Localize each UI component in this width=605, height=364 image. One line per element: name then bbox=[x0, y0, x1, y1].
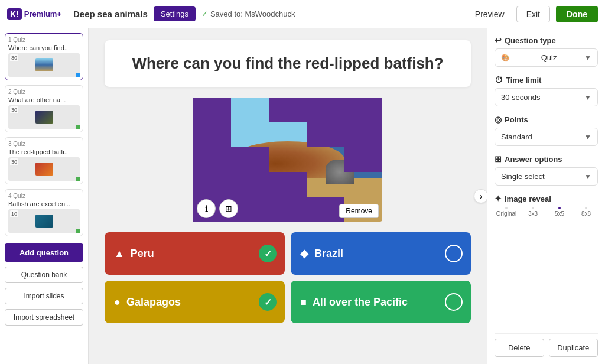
answer-icon-0: ▲ bbox=[114, 248, 125, 260]
points-value: Standard bbox=[501, 132, 532, 141]
image-crop-button[interactable]: ⊞ bbox=[219, 199, 238, 218]
question-type-section: ↩ Question type 🎨 Quiz ▼ bbox=[495, 35, 598, 67]
slide-card-2[interactable]: 2 Quiz What are other na... 30 bbox=[5, 85, 83, 132]
reveal-option-3x3[interactable] bbox=[532, 207, 534, 209]
grid-cell-0-0 bbox=[193, 98, 231, 122]
doc-title: Deep sea animals bbox=[73, 9, 148, 19]
slide-card-4[interactable]: 4 Quiz Batfish are excellen... 10 bbox=[5, 189, 83, 236]
time-limit-dropdown[interactable]: 30 seconds ▼ bbox=[495, 88, 598, 106]
slide-card-3[interactable]: 3 Quiz The red-lipped batfi... 30 bbox=[5, 137, 83, 184]
add-question-button[interactable]: Add question bbox=[5, 243, 83, 262]
slide-label-1: Where can you find... bbox=[8, 44, 80, 51]
slide-label-4: Batfish are excellen... bbox=[8, 200, 80, 207]
slide-num-1: 1 Quiz bbox=[8, 37, 80, 43]
reveal-option-original-label: Original bbox=[496, 210, 516, 217]
image-container: ℹ ⊞ Remove bbox=[105, 98, 471, 222]
question-bank-button[interactable]: Question bank bbox=[5, 266, 83, 283]
duplicate-button[interactable]: Duplicate bbox=[549, 339, 599, 357]
reveal-option-5x5[interactable] bbox=[558, 207, 561, 209]
answer-text-1: Brazil bbox=[314, 248, 461, 260]
grid-cell-3-3 bbox=[307, 172, 344, 197]
slide-num-2: 2 Quiz bbox=[8, 89, 80, 95]
slide-thumb-1: 30 bbox=[8, 53, 80, 77]
saved-text: Saved to: MsWoodchuck bbox=[210, 9, 295, 18]
image-reveal-section: ✦ Image reveal Original bbox=[495, 194, 598, 217]
slide-thumb-2: 30 bbox=[8, 105, 80, 129]
answer-option-2[interactable]: ● Galapagos ✓ bbox=[105, 281, 285, 323]
slide-dot-4 bbox=[76, 229, 80, 233]
question-text: Where can you find the red-lipped batfis… bbox=[132, 54, 443, 72]
image-reveal-area: ℹ ⊞ Remove bbox=[105, 98, 471, 222]
quiz-icon: 🎨 bbox=[501, 54, 510, 62]
reveal-option-5x5-wrap: 5x5 bbox=[548, 207, 571, 217]
slide-label-3: The red-lipped batfi... bbox=[8, 148, 80, 155]
remove-image-button[interactable]: Remove bbox=[339, 204, 379, 218]
answer-option-3[interactable]: ■ All over the Pacific bbox=[291, 281, 471, 323]
question-type-chevron: ▼ bbox=[584, 54, 591, 62]
answer-options-value: Single select bbox=[501, 172, 545, 181]
answer-options-icon: ⊞ bbox=[495, 154, 502, 164]
import-slides-button[interactable]: Import slides bbox=[5, 288, 83, 304]
grid-cell-1-3 bbox=[307, 122, 344, 147]
grid-cell-1-1 bbox=[231, 122, 269, 147]
preview-button[interactable]: Preview bbox=[469, 6, 510, 22]
done-button[interactable]: Done bbox=[556, 6, 598, 22]
import-spreadsheet-button[interactable]: Import spreadsheet bbox=[5, 309, 83, 326]
grid-cell-1-2 bbox=[269, 122, 307, 147]
canvas-area: › Where can you find the red-lipped batf… bbox=[89, 28, 487, 364]
exit-button[interactable]: Exit bbox=[516, 6, 550, 22]
question-type-value: Quiz bbox=[541, 53, 557, 62]
main-layout: 1 Quiz Where can you find... 30 2 Quiz W… bbox=[0, 28, 605, 364]
slide-label-2: What are other na... bbox=[8, 96, 80, 103]
question-type-dropdown[interactable]: 🎨 Quiz ▼ bbox=[495, 48, 598, 67]
points-section: ◎ Points Standard ▼ bbox=[495, 115, 598, 146]
answer-grid: ▲ Peru ✓ ◆ Brazil ● Galapagos ✓ ■ All ov… bbox=[105, 232, 471, 323]
reveal-option-original[interactable] bbox=[505, 207, 508, 209]
slide-dot-2 bbox=[76, 125, 80, 129]
slide-dot-3 bbox=[76, 177, 80, 181]
reveal-option-8x8[interactable] bbox=[585, 207, 587, 209]
question-type-title: ↩ Question type bbox=[495, 35, 598, 45]
settings-button[interactable]: Settings bbox=[154, 6, 196, 21]
image-reveal-options: Original 3x3 bbox=[495, 207, 598, 217]
right-panel: ↩ Question type 🎨 Quiz ▼ ⏱ Time limit 30… bbox=[487, 28, 605, 364]
points-icon: ◎ bbox=[495, 115, 502, 124]
slide-thumb-img-2 bbox=[35, 110, 53, 124]
answer-check-2: ✓ bbox=[259, 293, 277, 311]
answer-options-title: ⊞ Answer options bbox=[495, 154, 598, 164]
top-bar: K! Premium+ Deep sea animals Settings ✓ … bbox=[0, 0, 605, 28]
panel-bottom-actions: Delete Duplicate bbox=[495, 333, 598, 357]
answer-options-chevron: ▼ bbox=[584, 173, 591, 181]
grid-cell-2-4 bbox=[344, 147, 382, 172]
slide-thumb-4: 10 bbox=[8, 209, 80, 233]
answer-text-0: Peru bbox=[131, 248, 275, 260]
answer-option-0[interactable]: ▲ Peru ✓ bbox=[105, 232, 285, 275]
reveal-option-8x8-wrap: 8x8 bbox=[574, 207, 598, 217]
image-controls: ℹ ⊞ bbox=[197, 199, 238, 218]
grid-cell-3-2 bbox=[269, 172, 307, 197]
grid-cell-2-0 bbox=[193, 147, 231, 172]
answer-text-2: Galapagos bbox=[126, 296, 275, 308]
question-type-icon: ↩ bbox=[495, 35, 502, 45]
collapse-panel-arrow[interactable]: › bbox=[474, 189, 487, 203]
points-dropdown[interactable]: Standard ▼ bbox=[495, 128, 598, 146]
time-limit-section: ⏱ Time limit 30 seconds ▼ bbox=[495, 75, 598, 106]
reveal-option-original-wrap: Original bbox=[495, 207, 518, 217]
answer-option-1[interactable]: ◆ Brazil bbox=[291, 232, 471, 275]
image-info-button[interactable]: ℹ bbox=[197, 199, 216, 218]
sparkle-icon: ✦ bbox=[495, 194, 502, 203]
answer-text-3: All over the Pacific bbox=[313, 296, 461, 308]
time-limit-chevron: ▼ bbox=[584, 93, 591, 102]
grid-cell-0-1 bbox=[231, 98, 269, 122]
sidebar: 1 Quiz Where can you find... 30 2 Quiz W… bbox=[0, 28, 89, 364]
logo-k-icon: K! bbox=[7, 8, 22, 20]
delete-button[interactable]: Delete bbox=[495, 339, 544, 357]
slide-card-1[interactable]: 1 Quiz Where can you find... 30 bbox=[5, 33, 83, 80]
grid-cell-3-0 bbox=[193, 172, 231, 197]
saved-indicator: ✓ Saved to: MsWoodchuck bbox=[201, 9, 295, 18]
reveal-option-3x3-label: 3x3 bbox=[528, 210, 538, 217]
answer-icon-3: ■ bbox=[300, 296, 307, 308]
answer-options-dropdown[interactable]: Single select ▼ bbox=[495, 167, 598, 186]
reveal-option-8x8-label: 8x8 bbox=[581, 210, 591, 217]
slide-thumb-img-3 bbox=[35, 162, 53, 176]
